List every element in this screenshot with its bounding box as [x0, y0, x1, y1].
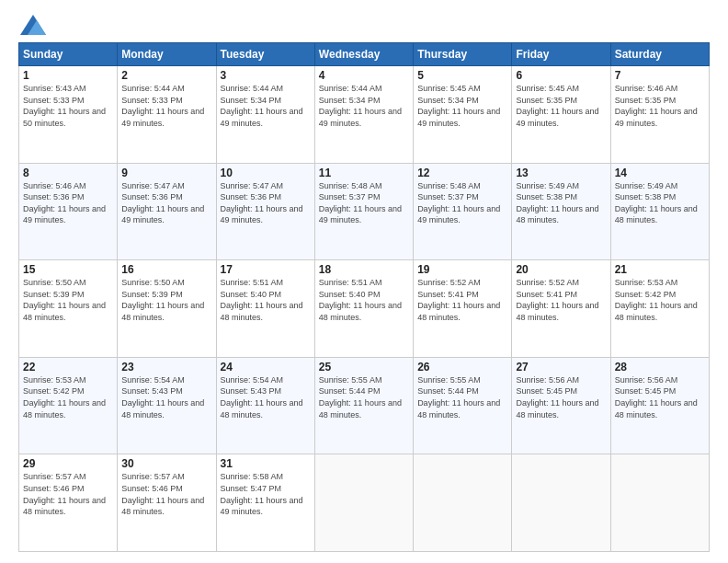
table-row: 6Sunrise: 5:45 AMSunset: 5:35 PMDaylight…: [512, 66, 610, 164]
day-info: Sunrise: 5:55 AMSunset: 5:44 PMDaylight:…: [319, 374, 409, 420]
table-row: 29Sunrise: 5:57 AMSunset: 5:46 PMDayligh…: [19, 454, 118, 552]
table-row: 17Sunrise: 5:51 AMSunset: 5:40 PMDayligh…: [216, 260, 314, 358]
day-info: Sunrise: 5:43 AMSunset: 5:33 PMDaylight:…: [23, 83, 113, 129]
table-row: 4Sunrise: 5:44 AMSunset: 5:34 PMDaylight…: [314, 66, 413, 164]
table-row: 14Sunrise: 5:49 AMSunset: 5:38 PMDayligh…: [610, 163, 709, 260]
day-info: Sunrise: 5:58 AMSunset: 5:47 PMDaylight:…: [221, 471, 311, 517]
table-row: 7Sunrise: 5:46 AMSunset: 5:35 PMDaylight…: [610, 66, 709, 164]
day-info: Sunrise: 5:54 AMSunset: 5:43 PMDaylight:…: [221, 374, 311, 420]
day-number: 12: [417, 167, 507, 179]
table-row: 13Sunrise: 5:49 AMSunset: 5:38 PMDayligh…: [512, 163, 610, 260]
day-info: Sunrise: 5:45 AMSunset: 5:34 PMDaylight:…: [417, 83, 507, 129]
calendar-week-row: 1Sunrise: 5:43 AMSunset: 5:33 PMDaylight…: [19, 66, 710, 164]
table-row: 1Sunrise: 5:43 AMSunset: 5:33 PMDaylight…: [19, 66, 118, 164]
day-info: Sunrise: 5:52 AMSunset: 5:41 PMDaylight:…: [417, 277, 507, 323]
logo: [18, 15, 46, 35]
day-number: 2: [121, 69, 211, 82]
day-info: Sunrise: 5:47 AMSunset: 5:36 PMDaylight:…: [121, 180, 211, 226]
logo-icon: [20, 15, 46, 35]
col-sunday: Sunday: [19, 43, 118, 66]
day-number: 16: [121, 263, 211, 276]
day-number: 3: [221, 69, 311, 82]
day-info: Sunrise: 5:52 AMSunset: 5:41 PMDaylight:…: [516, 277, 606, 323]
table-row: 28Sunrise: 5:56 AMSunset: 5:45 PMDayligh…: [610, 357, 709, 454]
table-row: 2Sunrise: 5:44 AMSunset: 5:33 PMDaylight…: [118, 66, 216, 164]
day-info: Sunrise: 5:44 AMSunset: 5:34 PMDaylight:…: [319, 83, 409, 129]
day-number: 10: [221, 167, 311, 179]
day-info: Sunrise: 5:56 AMSunset: 5:45 PMDaylight:…: [516, 374, 606, 420]
day-number: 31: [221, 457, 311, 470]
day-info: Sunrise: 5:45 AMSunset: 5:35 PMDaylight:…: [516, 83, 606, 129]
col-saturday: Saturday: [610, 43, 709, 66]
col-wednesday: Wednesday: [314, 43, 413, 66]
table-row: 16Sunrise: 5:50 AMSunset: 5:39 PMDayligh…: [118, 260, 216, 358]
day-number: 26: [417, 361, 507, 373]
table-row: 30Sunrise: 5:57 AMSunset: 5:46 PMDayligh…: [118, 454, 216, 552]
day-number: 21: [615, 263, 705, 276]
table-row: 27Sunrise: 5:56 AMSunset: 5:45 PMDayligh…: [512, 357, 610, 454]
day-info: Sunrise: 5:48 AMSunset: 5:37 PMDaylight:…: [319, 180, 409, 226]
day-number: 6: [516, 69, 606, 82]
day-info: Sunrise: 5:57 AMSunset: 5:46 PMDaylight:…: [23, 471, 113, 517]
day-info: Sunrise: 5:47 AMSunset: 5:36 PMDaylight:…: [221, 180, 311, 226]
day-number: 14: [615, 167, 705, 179]
day-number: 19: [417, 263, 507, 276]
day-number: 4: [319, 69, 409, 82]
page: Sunday Monday Tuesday Wednesday Thursday…: [0, 0, 728, 563]
day-info: Sunrise: 5:51 AMSunset: 5:40 PMDaylight:…: [221, 277, 311, 323]
day-info: Sunrise: 5:50 AMSunset: 5:39 PMDaylight:…: [121, 277, 211, 323]
header: [18, 15, 710, 35]
table-row: 9Sunrise: 5:47 AMSunset: 5:36 PMDaylight…: [118, 163, 216, 260]
day-info: Sunrise: 5:55 AMSunset: 5:44 PMDaylight:…: [417, 374, 507, 420]
day-number: 30: [121, 457, 211, 470]
calendar-week-row: 8Sunrise: 5:46 AMSunset: 5:36 PMDaylight…: [19, 163, 710, 260]
day-number: 23: [121, 361, 211, 373]
table-row: 23Sunrise: 5:54 AMSunset: 5:43 PMDayligh…: [118, 357, 216, 454]
col-monday: Monday: [118, 43, 216, 66]
table-row: 8Sunrise: 5:46 AMSunset: 5:36 PMDaylight…: [19, 163, 118, 260]
table-row: 21Sunrise: 5:53 AMSunset: 5:42 PMDayligh…: [610, 260, 709, 358]
day-number: 8: [23, 167, 113, 179]
day-number: 5: [417, 69, 507, 82]
table-row: [512, 454, 610, 552]
day-info: Sunrise: 5:51 AMSunset: 5:40 PMDaylight:…: [319, 277, 409, 323]
table-row: 18Sunrise: 5:51 AMSunset: 5:40 PMDayligh…: [314, 260, 413, 358]
calendar-week-row: 22Sunrise: 5:53 AMSunset: 5:42 PMDayligh…: [19, 357, 710, 454]
table-row: 31Sunrise: 5:58 AMSunset: 5:47 PMDayligh…: [216, 454, 314, 552]
table-row: [610, 454, 709, 552]
day-number: 13: [516, 167, 606, 179]
day-number: 1: [23, 69, 113, 82]
table-row: 26Sunrise: 5:55 AMSunset: 5:44 PMDayligh…: [414, 357, 512, 454]
calendar-table: Sunday Monday Tuesday Wednesday Thursday…: [18, 42, 710, 552]
day-number: 15: [23, 263, 113, 276]
day-number: 18: [319, 263, 409, 276]
day-number: 17: [221, 263, 311, 276]
day-info: Sunrise: 5:44 AMSunset: 5:34 PMDaylight:…: [221, 83, 311, 129]
day-number: 7: [615, 69, 705, 82]
day-info: Sunrise: 5:48 AMSunset: 5:37 PMDaylight:…: [417, 180, 507, 226]
table-row: 15Sunrise: 5:50 AMSunset: 5:39 PMDayligh…: [19, 260, 118, 358]
day-number: 24: [221, 361, 311, 373]
day-number: 28: [615, 361, 705, 373]
calendar: Sunday Monday Tuesday Wednesday Thursday…: [18, 42, 710, 552]
table-row: 24Sunrise: 5:54 AMSunset: 5:43 PMDayligh…: [216, 357, 314, 454]
day-info: Sunrise: 5:57 AMSunset: 5:46 PMDaylight:…: [121, 471, 211, 517]
calendar-week-row: 15Sunrise: 5:50 AMSunset: 5:39 PMDayligh…: [19, 260, 710, 358]
day-info: Sunrise: 5:46 AMSunset: 5:35 PMDaylight:…: [615, 83, 705, 129]
day-info: Sunrise: 5:53 AMSunset: 5:42 PMDaylight:…: [23, 374, 113, 420]
table-row: [314, 454, 413, 552]
day-info: Sunrise: 5:46 AMSunset: 5:36 PMDaylight:…: [23, 180, 113, 226]
day-info: Sunrise: 5:54 AMSunset: 5:43 PMDaylight:…: [121, 374, 211, 420]
table-row: 12Sunrise: 5:48 AMSunset: 5:37 PMDayligh…: [414, 163, 512, 260]
day-number: 29: [23, 457, 113, 470]
day-number: 9: [121, 167, 211, 179]
day-number: 20: [516, 263, 606, 276]
day-info: Sunrise: 5:49 AMSunset: 5:38 PMDaylight:…: [516, 180, 606, 226]
table-row: 19Sunrise: 5:52 AMSunset: 5:41 PMDayligh…: [414, 260, 512, 358]
col-friday: Friday: [512, 43, 610, 66]
table-row: 5Sunrise: 5:45 AMSunset: 5:34 PMDaylight…: [414, 66, 512, 164]
table-row: 11Sunrise: 5:48 AMSunset: 5:37 PMDayligh…: [314, 163, 413, 260]
day-number: 25: [319, 361, 409, 373]
day-number: 22: [23, 361, 113, 373]
calendar-header-row: Sunday Monday Tuesday Wednesday Thursday…: [19, 43, 710, 66]
